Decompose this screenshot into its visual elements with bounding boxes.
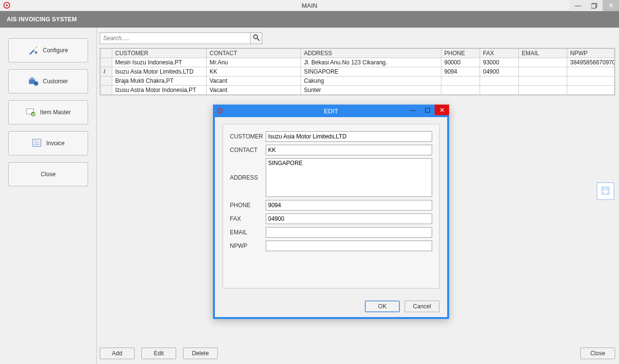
- dialog-maximize-button[interactable]: [420, 105, 435, 115]
- svg-point-4: [35, 51, 38, 54]
- row-header-corner: [101, 49, 112, 58]
- scroll-down-button[interactable]: [597, 182, 614, 200]
- table-row[interactable]: Braja Mukti Chakra,PTVacantCakung: [101, 76, 615, 86]
- label-email: EMAIL: [230, 229, 264, 236]
- edit-button[interactable]: Edit: [141, 348, 176, 359]
- svg-rect-19: [425, 108, 430, 112]
- cancel-button[interactable]: Cancel: [405, 301, 439, 312]
- cell-email[interactable]: [519, 58, 567, 67]
- svg-line-15: [257, 38, 259, 41]
- input-npwp[interactable]: [266, 241, 432, 251]
- col-contact[interactable]: CONTACT: [207, 49, 301, 58]
- sidebar-item-label: Close: [41, 171, 56, 178]
- ok-button[interactable]: OK: [365, 301, 400, 312]
- search-button[interactable]: [251, 32, 262, 44]
- input-address[interactable]: [266, 158, 432, 197]
- cell-npwp[interactable]: 38495856670970793: [567, 58, 615, 67]
- cell-email[interactable]: [519, 76, 567, 86]
- arrow-down-icon: [600, 185, 611, 198]
- cell-phone[interactable]: 9094: [441, 67, 480, 76]
- col-npwp[interactable]: NPWP: [567, 49, 615, 58]
- app-icon: [3, 1, 11, 9]
- cell-fax[interactable]: 93000: [480, 58, 519, 67]
- delete-button[interactable]: Delete: [183, 348, 218, 359]
- customer-table: CUSTOMER CONTACT ADDRESS PHONE FAX EMAIL…: [100, 48, 615, 95]
- svg-point-18: [219, 110, 220, 111]
- sidebar-item-label: Configure: [43, 47, 68, 54]
- cell-address[interactable]: Jl. Bekasi Anu.No 123 Cikarang.: [301, 58, 441, 67]
- label-customer: CUSTOMER: [230, 133, 264, 140]
- cell-contact[interactable]: Vacant: [207, 76, 301, 86]
- cell-fax[interactable]: [480, 86, 519, 95]
- cell-customer[interactable]: Braja Mukti Chakra,PT: [112, 76, 207, 86]
- close-button[interactable]: ✕: [603, 0, 619, 11]
- ribbon-title: AIS INVOICING SYSTEM: [7, 16, 77, 23]
- label-contact: CONTACT: [230, 147, 264, 153]
- cell-address[interactable]: SINGAPORE: [301, 67, 441, 76]
- label-npwp: NPWP: [230, 243, 264, 249]
- search-icon: [253, 34, 260, 43]
- dialog-close-button[interactable]: ✕: [435, 105, 449, 115]
- sidebar-item-close[interactable]: Close: [8, 162, 88, 186]
- cell-fax[interactable]: 04900: [480, 67, 519, 76]
- cell-contact[interactable]: KK: [207, 67, 301, 76]
- label-phone: PHONE: [230, 202, 264, 209]
- table-row[interactable]: Mesin Isuzu Indonesia,PTMr.AnuJl. Bekasi…: [101, 58, 615, 67]
- cell-phone[interactable]: [441, 76, 480, 86]
- restore-button[interactable]: [586, 0, 603, 11]
- item-master-icon: [26, 107, 36, 118]
- ribbon-bar: AIS INVOICING SYSTEM: [0, 11, 619, 28]
- cell-contact[interactable]: Mr.Anu: [207, 58, 301, 67]
- svg-point-1: [6, 4, 8, 6]
- main-titlebar: MAIN — ✕: [0, 0, 619, 11]
- cell-npwp[interactable]: [567, 76, 615, 86]
- row-header[interactable]: [101, 76, 112, 86]
- row-header[interactable]: [101, 86, 112, 95]
- cell-phone[interactable]: 90000: [441, 58, 480, 67]
- input-customer[interactable]: [266, 131, 432, 142]
- col-phone[interactable]: PHONE: [441, 49, 480, 58]
- search-input[interactable]: [100, 32, 251, 44]
- cell-phone[interactable]: [441, 86, 480, 95]
- cell-contact[interactable]: Vacant: [207, 86, 301, 95]
- svg-point-14: [254, 35, 257, 39]
- svg-rect-3: [591, 4, 596, 8]
- cell-email[interactable]: [519, 86, 567, 95]
- sidebar-item-item-master[interactable]: Item Master: [8, 100, 88, 124]
- table-row[interactable]: Isuzu Asia Motor Limiteds,LTDKKSINGAPORE…: [101, 67, 615, 76]
- cell-address[interactable]: Cakung: [301, 76, 441, 86]
- table-row[interactable]: Izusu Astra Motor Indonesia,PTVacantSunt…: [101, 86, 615, 95]
- minimize-button[interactable]: —: [570, 0, 586, 11]
- cell-npwp[interactable]: [567, 67, 615, 76]
- col-address[interactable]: ADDRESS: [301, 49, 441, 58]
- sidebar-item-label: Invoice: [46, 140, 64, 147]
- cell-npwp[interactable]: [567, 86, 615, 95]
- cell-customer[interactable]: Izusu Astra Motor Indonesia,PT: [112, 86, 207, 95]
- dialog-minimize-button[interactable]: —: [406, 105, 420, 115]
- input-contact[interactable]: [266, 145, 432, 155]
- cell-email[interactable]: [519, 67, 567, 76]
- col-email[interactable]: EMAIL: [519, 49, 567, 58]
- sidebar-item-configure[interactable]: Configure: [8, 38, 88, 62]
- sidebar: Configure Customer Item Master Invoice C…: [0, 28, 97, 364]
- sidebar-item-invoice[interactable]: Invoice: [8, 131, 88, 155]
- col-fax[interactable]: FAX: [480, 49, 519, 58]
- col-customer[interactable]: CUSTOMER: [112, 49, 207, 58]
- cell-customer[interactable]: Isuzu Asia Motor Limiteds,LTD: [112, 67, 207, 76]
- edit-dialog: EDIT — ✕ CUSTOMER CONTACT ADDRESS P: [213, 105, 449, 319]
- dialog-title: EDIT: [324, 107, 338, 115]
- row-header[interactable]: [101, 67, 112, 76]
- row-header[interactable]: [101, 58, 112, 67]
- input-fax[interactable]: [266, 213, 432, 224]
- input-phone[interactable]: [266, 200, 432, 211]
- sidebar-item-label: Item Master: [40, 109, 71, 116]
- dialog-titlebar[interactable]: EDIT — ✕: [213, 105, 449, 117]
- input-email[interactable]: [266, 227, 432, 238]
- label-address: ADDRESS: [230, 174, 264, 181]
- cell-address[interactable]: Sunter: [301, 86, 441, 95]
- close-panel-button[interactable]: Close: [580, 348, 615, 359]
- cell-customer[interactable]: Mesin Isuzu Indonesia,PT: [112, 58, 207, 67]
- cell-fax[interactable]: [480, 76, 519, 86]
- add-button[interactable]: Add: [100, 348, 135, 359]
- sidebar-item-customer[interactable]: Customer: [8, 69, 88, 93]
